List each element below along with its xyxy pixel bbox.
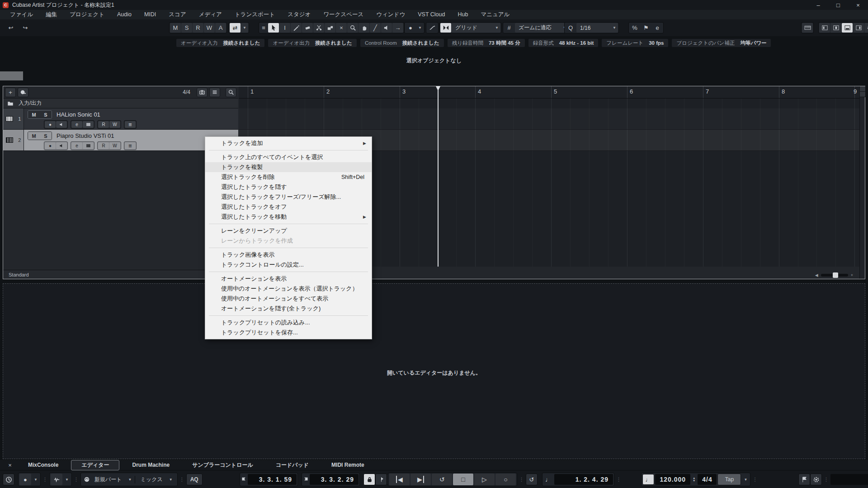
menu-score[interactable]: スコア [162, 10, 192, 19]
color-tool-caret[interactable]: ▼ [416, 23, 424, 33]
tab-editor[interactable]: エディター [71, 460, 119, 470]
audio-performance-meter[interactable] [830, 474, 868, 485]
left-locator-display[interactable]: 3. 3. 1. 59 [248, 474, 297, 485]
midi-record-mode-value[interactable]: 新規パート [91, 476, 126, 483]
play-button[interactable]: ▷ [474, 474, 495, 485]
tab-sampler-control[interactable]: サンプラーコントロール [182, 460, 263, 470]
right-zone-toggle[interactable] [853, 23, 864, 33]
combo-tool-button[interactable]: ≡ [259, 23, 268, 33]
snap-on-off-button[interactable] [440, 23, 451, 33]
punch-lock-button[interactable] [363, 474, 375, 485]
track1-read-automation-button[interactable]: R [98, 121, 109, 128]
track1-monitor-button[interactable] [56, 121, 67, 128]
scrub-tool[interactable]: → [392, 23, 403, 33]
menu-manual[interactable]: マニュアル [474, 10, 516, 19]
track-name[interactable]: HALion Sonic 01 [57, 111, 100, 118]
tab-midi-remote[interactable]: MIDI Remote [321, 461, 374, 469]
iterative-quantize-button[interactable]: % [629, 23, 640, 33]
quantize-panel-button[interactable]: ⚑ [641, 23, 651, 33]
redo-button[interactable]: ↪ [20, 23, 31, 33]
status-frame-rate[interactable]: フレームレート30 fps [602, 39, 668, 47]
autoscroll-caret[interactable]: ▼ [241, 23, 248, 33]
menu-item-show-used-automation-selected[interactable]: 使用中のオートメーションを表示（選択トラック） [205, 284, 372, 294]
transport-setup-button[interactable] [810, 474, 822, 485]
status-control-room[interactable]: Control Room接続されました [360, 39, 444, 47]
primary-time-display[interactable]: 1. 2. 4. 29 [554, 474, 613, 485]
status-record-format[interactable]: 録音形式48 kHz - 16 bit [528, 39, 599, 47]
mute-tool[interactable]: × [336, 23, 347, 33]
lower-zone-toggle[interactable] [842, 23, 853, 33]
tempo-caret[interactable]: ▼ [742, 478, 749, 482]
color-tool-button[interactable]: ● [405, 23, 416, 33]
split-tool[interactable] [313, 23, 324, 33]
track1-edit-instrument-button[interactable] [83, 121, 94, 128]
track2-solo-button[interactable]: S [40, 132, 52, 140]
play-tool[interactable] [381, 23, 392, 33]
mute-all-button[interactable]: M [170, 23, 181, 33]
audio-record-mode-button[interactable] [51, 474, 62, 485]
zoom-in-icon[interactable]: + [851, 273, 853, 277]
stop-button[interactable]: □ [453, 474, 473, 485]
menu-item-hide-selected-tracks[interactable]: 選択したトラックを隠す [205, 182, 372, 192]
go-to-next-marker-button[interactable]: ▶ [410, 474, 431, 485]
record-mode-caret[interactable]: ▼ [32, 478, 39, 482]
scroll-up-button[interactable] [860, 86, 865, 92]
automation-mode-button[interactable]: A [215, 23, 226, 33]
menu-workspace[interactable]: ワークスペース [317, 10, 370, 19]
menu-item-show-automation[interactable]: オートメーションを表示 [205, 274, 372, 284]
center-zone-toggle[interactable] [830, 23, 841, 33]
menu-item-load-track-preset[interactable]: トラックプリセットの読み込み... [205, 318, 372, 328]
tab-drum-machine[interactable]: Drum Machine [122, 461, 179, 469]
retrospective-record-button[interactable]: ↺ [526, 474, 538, 485]
object-selection-tool[interactable] [268, 23, 279, 33]
track-piapro-studio-selected[interactable]: 2 M S Piapro Studio VSTi 01 ● [3, 130, 238, 151]
menu-audio[interactable]: Audio [111, 10, 138, 19]
menu-item-move-selected-tracks[interactable]: 選択したトラックを移動▶ [205, 212, 372, 222]
timeline-ruler[interactable]: 1 2 3 4 5 6 7 8 9 [239, 86, 860, 99]
menu-project[interactable]: プロジェクト [63, 10, 111, 19]
use-track-preset-button[interactable] [18, 88, 28, 97]
menu-item-show-track-pictures[interactable]: トラック画像を表示 [205, 250, 372, 260]
snap-type-select[interactable]: グリッド ▼ [452, 23, 500, 33]
line-tool[interactable]: ╱ [370, 23, 381, 33]
midi-cycle-record-mode-value[interactable]: ミックス [135, 476, 166, 483]
zoom-out-arrow-icon[interactable]: ◀ [815, 273, 818, 277]
status-audio-input[interactable]: オーディオ入力接続されました [176, 39, 264, 47]
track1-solo-button[interactable]: S [40, 111, 52, 118]
tap-tempo-button[interactable]: Tap [717, 474, 741, 485]
menu-hub[interactable]: Hub [451, 10, 474, 19]
midi-record-mode-caret[interactable]: ▼ [127, 478, 134, 482]
constrain-delay-compensation-button[interactable] [3, 474, 14, 485]
close-button[interactable]: × [848, 0, 868, 10]
track2-write-automation-button[interactable]: W [109, 142, 120, 149]
time-format-icon[interactable]: ♩ [543, 476, 553, 483]
setup-toolbar-button[interactable] [864, 23, 868, 33]
record-button[interactable]: ○ [495, 474, 516, 485]
track-picture-button[interactable] [197, 88, 208, 97]
tempo-display[interactable]: 120.000 [655, 474, 690, 485]
tempo-track-toggle[interactable]: ♩ [642, 474, 654, 485]
undo-button[interactable]: ↩ [5, 23, 16, 33]
add-track-button[interactable]: + [5, 88, 16, 97]
quantize-select[interactable]: 1/16 ▼ [576, 23, 618, 33]
track1-edit-channel-button[interactable]: e [71, 121, 82, 128]
menu-item-disable-selected-tracks[interactable]: 選択したトラックをオフ [205, 202, 372, 212]
autoscroll-button[interactable]: ⇄ [230, 23, 241, 33]
minimize-button[interactable]: – [808, 0, 828, 10]
auto-quantize-button[interactable]: AQ [186, 474, 203, 485]
menu-media[interactable]: メディア [193, 10, 228, 19]
status-pan-law[interactable]: プロジェクトのパン補正均等パワー [672, 39, 771, 47]
quantize-edit-button[interactable]: e [652, 23, 663, 33]
track-visibility-agent-button[interactable] [209, 88, 220, 97]
punch-in-button[interactable] [375, 474, 387, 485]
track2-edit-instrument-button[interactable] [83, 142, 94, 149]
menu-studio[interactable]: スタジオ [281, 10, 317, 19]
folder-track-input-output[interactable]: 入力/出力 [3, 99, 238, 108]
track1-write-automation-button[interactable]: W [109, 121, 120, 128]
grid-type-select[interactable]: ズームに適応 ▼ [515, 23, 568, 33]
automation-follows-events-button[interactable] [427, 23, 438, 33]
zoom-slider-thumb[interactable] [833, 272, 838, 278]
menu-window[interactable]: ウィンドウ [370, 10, 411, 19]
track2-lanes-button[interactable]: ≣ [125, 142, 136, 149]
menu-item-duplicate-track[interactable]: トラックを複製 [205, 162, 372, 172]
